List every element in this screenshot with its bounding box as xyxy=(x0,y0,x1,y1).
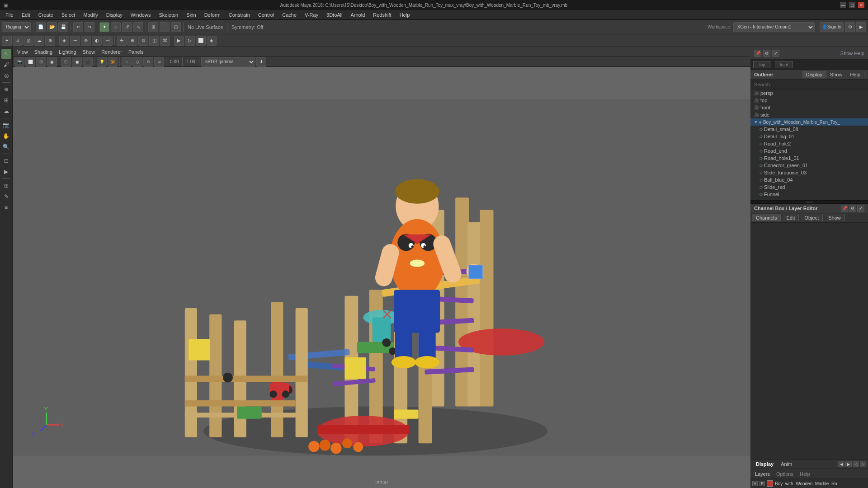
outliner-pin-btn[interactable]: 📌 xyxy=(754,50,761,57)
vp-camera-btn[interactable]: 📷 xyxy=(14,57,24,67)
vp-deform-btn[interactable]: ⌀ xyxy=(154,57,164,67)
outliner-item-detail-smal[interactable]: ◇Detail_smal_08 xyxy=(750,126,868,133)
menu-display[interactable]: Display xyxy=(103,11,126,19)
vp-smooth-btn[interactable]: ◉ xyxy=(47,57,57,67)
menu-edit[interactable]: Edit xyxy=(18,11,34,19)
menu-select[interactable]: Select xyxy=(58,11,79,19)
menu-skin[interactable]: Skin xyxy=(183,11,199,19)
outliner-tab-show[interactable]: Show xyxy=(826,71,847,78)
menu-deform[interactable]: Deform xyxy=(201,11,224,19)
soft-transform-btn[interactable]: ☁ xyxy=(1,106,11,116)
outliner-item-slide-red[interactable]: ◇Slide_red xyxy=(750,183,868,191)
outliner-tab-display[interactable]: Display xyxy=(802,71,826,78)
select-tool-btn[interactable]: ✦ xyxy=(99,22,109,32)
outliner-item-conector[interactable]: ◇Conector_green_01 xyxy=(750,162,868,169)
menu-3dtoall[interactable]: 3DtoAll xyxy=(323,11,346,19)
vp-objects-btn[interactable]: ⬜ xyxy=(25,57,35,67)
cb-pin-btn[interactable]: 📌 xyxy=(841,205,848,212)
lasso-select-btn[interactable]: ⊿ xyxy=(13,36,23,46)
redo-btn[interactable]: ↪ xyxy=(85,22,94,32)
close-button[interactable]: ✕ xyxy=(858,2,864,8)
move-btn[interactable]: ⊕ xyxy=(45,36,55,46)
menu-help[interactable]: Help xyxy=(396,11,414,19)
menu-windows[interactable]: Windows xyxy=(127,11,155,19)
scale-btn[interactable]: ⤡ xyxy=(133,22,143,32)
cb-tab-channels[interactable]: Channels xyxy=(752,214,781,221)
rigging-dropdown[interactable]: Rigging xyxy=(2,22,31,32)
render-settings-btn[interactable]: ⚙ xyxy=(845,22,855,32)
open-scene-btn[interactable]: 📂 xyxy=(47,22,57,32)
ik-handle-btn[interactable]: ⊸ xyxy=(70,36,80,46)
mirror-weights-btn[interactable]: ⊣ xyxy=(103,36,113,46)
pan-btn[interactable]: ✋ xyxy=(1,131,11,141)
minimize-button[interactable]: — xyxy=(840,2,846,8)
menu-constrain[interactable]: Constrain xyxy=(225,11,254,19)
paint-mode-btn[interactable]: 🖌 xyxy=(1,60,11,70)
crease-btn[interactable]: ≡ xyxy=(1,202,11,212)
vp-wireframe-btn[interactable]: ⊡ xyxy=(61,57,71,67)
outliner-item-side[interactable]: 🎥 side xyxy=(750,111,868,118)
pivot-btn[interactable]: ⊞ xyxy=(1,95,11,105)
outliner-settings-btn[interactable]: ⚙ xyxy=(763,50,770,57)
outliner-item-road-end[interactable]: ◇Road_end xyxy=(750,147,868,155)
ipr-render-btn[interactable]: ▷ xyxy=(185,36,195,46)
layer-vis-p[interactable]: P xyxy=(760,481,765,486)
select-mode-btn[interactable]: ↖ xyxy=(1,49,11,59)
outliner-item-funnel[interactable]: ◇Funnel xyxy=(750,191,868,198)
menu-control[interactable]: Control xyxy=(255,11,278,19)
hypershade-btn[interactable]: ◈ xyxy=(207,36,217,46)
camera-tool-btn[interactable]: 📷 xyxy=(1,120,11,130)
display-tab[interactable]: Display xyxy=(752,460,777,468)
layer-color-swatch[interactable] xyxy=(767,480,773,487)
render-btn[interactable]: ▶ xyxy=(856,22,866,32)
layer-expand-btn[interactable]: ▷ xyxy=(860,461,866,467)
new-scene-btn[interactable]: 📄 xyxy=(36,22,46,32)
outliner-item-road-hole2[interactable]: ◇Road_hole2 xyxy=(750,140,868,147)
cb-tab-object[interactable]: Object xyxy=(801,214,823,221)
render-current-btn[interactable]: ▶ xyxy=(174,36,184,46)
snap-curve-btn[interactable]: ⌒ xyxy=(160,22,170,32)
snap-grid-btn[interactable]: ⊞ xyxy=(148,22,158,32)
transform-btn[interactable]: ⊕ xyxy=(1,84,11,94)
gimbal-btn[interactable]: ⊚ xyxy=(138,36,148,46)
vp-xray-btn[interactable]: ◇ xyxy=(132,57,142,67)
vp-light-btn[interactable]: 💡 xyxy=(97,57,107,67)
vp-menu-shading[interactable]: Shading xyxy=(32,48,55,56)
vp-menu-panels[interactable]: Panels xyxy=(126,48,146,56)
menu-modify[interactable]: Modify xyxy=(80,11,101,19)
color-profile-dropdown[interactable]: sRGB gamma xyxy=(201,57,255,67)
vp-menu-view[interactable]: View xyxy=(14,48,31,56)
menu-cache[interactable]: Cache xyxy=(278,11,300,19)
top-view-thumb[interactable]: top xyxy=(753,61,771,68)
soft-select-btn[interactable]: ☁ xyxy=(34,36,44,46)
vp-texture-btn[interactable]: ⬛ xyxy=(83,57,93,67)
rotate-btn[interactable]: ↺ xyxy=(122,22,132,32)
grid-btn[interactable]: ⊞ xyxy=(1,181,11,191)
help-tab-label[interactable]: Help xyxy=(797,470,813,478)
menu-vray[interactable]: V-Ray xyxy=(301,11,322,19)
show-help-label[interactable]: Show Help xyxy=(783,51,864,56)
vp-isolate-btn[interactable]: ○ xyxy=(122,57,132,67)
outliner-item-front[interactable]: 🎥 front xyxy=(750,104,868,111)
show-manip-btn[interactable]: ◫ xyxy=(149,36,159,46)
menu-file[interactable]: File xyxy=(2,11,17,19)
layer-vis-v[interactable]: V xyxy=(752,481,758,486)
outliner-tab-help[interactable]: Help xyxy=(846,71,864,78)
cb-tab-edit[interactable]: Edit xyxy=(783,214,799,221)
layer-next-btn[interactable]: ▶ xyxy=(845,461,852,467)
front-view-thumb[interactable]: front xyxy=(775,61,793,68)
outliner-item-ball-blue[interactable]: ◇Ball_blue_04 xyxy=(750,176,868,183)
cb-expand-btn[interactable]: ⤢ xyxy=(857,205,864,212)
menu-arnold[interactable]: Arnold xyxy=(347,11,368,19)
move-tool-btn[interactable]: ✛ xyxy=(117,36,127,46)
menu-skeleton[interactable]: Skeleton xyxy=(155,11,182,19)
outliner-expand-btn[interactable]: ⤢ xyxy=(772,50,779,57)
vp-joints-btn[interactable]: ⊛ xyxy=(143,57,153,67)
translate-btn[interactable]: ⊹ xyxy=(111,22,121,32)
workspace-dropdown[interactable]: XGen - Interactive Groom1 xyxy=(733,22,815,32)
paint-select-btn[interactable]: ◎ xyxy=(24,36,33,46)
undo-btn[interactable]: ↩ xyxy=(73,22,83,32)
paint-weights-btn[interactable]: ◐ xyxy=(92,36,102,46)
vp-shaded-btn[interactable]: ◼ xyxy=(72,57,82,67)
layers-tab-label[interactable]: Layers xyxy=(752,470,773,478)
